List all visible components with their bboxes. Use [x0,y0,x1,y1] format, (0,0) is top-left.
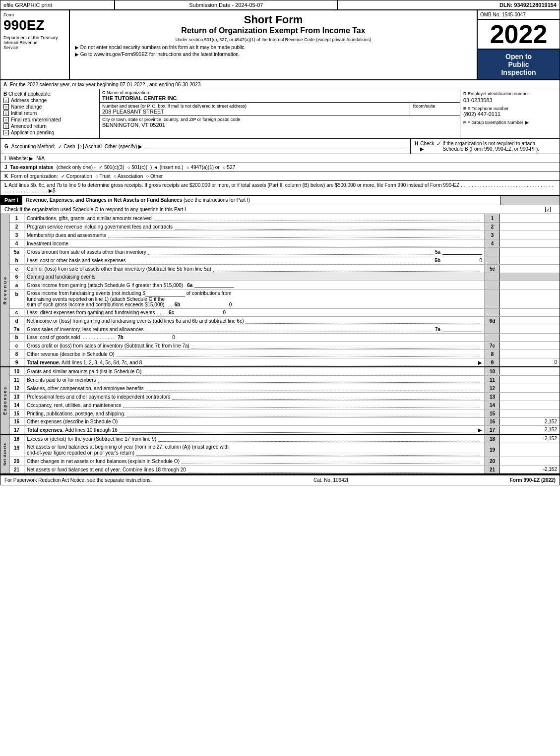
accrual-label: Accrual [85,144,102,149]
public-label: Public [508,60,529,68]
row5b-desc: Less: cost or other basis and sales expe… [27,258,126,263]
room-suite-label: Room/suite [413,104,457,109]
row1-desc: Contributions, gifts, grants, and simila… [27,216,152,221]
row8-linenum: 8 [485,350,500,358]
inspection-label: Inspection [501,68,536,76]
row12-value [500,384,560,392]
final-return-label: Final return/terminated [11,117,61,122]
table-row: c Less: direct expenses from gaming and … [9,309,560,317]
street-value: 208 PLEASANT STREET [102,109,407,115]
row6d-linenum: 6d [485,317,500,325]
row2-value [500,223,560,231]
check-label: Check ▶ [420,141,434,152]
name-change-check[interactable]: ○ Name change [3,104,96,110]
form-ref: Form 990-EZ (2022) [510,477,556,483]
section-g-label: G [4,144,8,149]
section-h-label: H [415,141,418,146]
accounting-label: Accounting Method: [11,144,55,149]
amended-return-check[interactable]: ○ Amended return [3,123,96,129]
row8-value [500,350,560,358]
row6c-desc: Less: direct expenses from gaming and fu… [27,310,155,315]
tax-501c3[interactable]: ✓ 501(c)(3) [99,165,124,170]
row4-value [500,239,560,247]
application-pending-check[interactable]: ○ Application pending [3,130,96,135]
row6b-desc2: fundraising events reported on line 1) (… [27,296,482,302]
row5b-inline-value: 0 [442,258,482,263]
schedule-o-check-label: Check if the organization used Schedule … [4,207,186,212]
assoc-checkbox[interactable]: ○ Association [114,174,143,179]
trust-checkbox[interactable]: ○ Trust [95,174,111,179]
h-description: if the organization is not required to a… [443,141,556,152]
row7b-desc: Less: cost of goods sold [27,335,80,340]
table-row: 3 Membership dues and assessments 3 [9,231,560,239]
row3-desc: Membership dues and assessments [27,233,106,238]
table-row: 10 Grants and similar amounts paid (list… [9,367,560,376]
table-row: 18 Excess or (deficit) for the year (Sub… [9,435,560,443]
section-j-label: J [4,165,7,170]
city-label: City or town, state or province, country… [102,117,457,122]
row21-value: -2,152 [500,465,560,473]
accrual-checkbox[interactable]: ○ Accrual [78,144,102,149]
part-i-label: Part I [0,196,22,205]
table-row: b Less: cost or other basis and sales ex… [9,256,560,265]
row6b-value-right [500,290,560,308]
row6c-value-right [500,309,560,316]
table-row: 16 Other expenses (describe in Schedule … [9,418,560,426]
table-row: 11 Benefits paid to or for members 11 [9,376,560,384]
part-i-title: Revenue, Expenses, and Changes in Net As… [22,196,500,205]
tax-527[interactable]: ○ 527 [223,165,236,170]
schedule-o-checkbox[interactable]: ✓ [545,207,551,212]
table-row: c Gross profit or (loss) from sales of i… [9,342,560,350]
row5b-value-empty [500,256,560,264]
tax-501c[interactable]: ○ 501(c)( [127,165,147,170]
table-row: a Gross income from gaming (attach Sched… [9,281,560,290]
application-pending-label: Application pending [11,130,54,135]
row5a-value-empty [500,248,560,256]
row6c-value: 0 [176,310,226,315]
table-row: b Gross income from fundraising events (… [9,290,560,309]
row6d-desc: Net income or (loss) from gaming and fun… [27,318,244,324]
initial-return-label: Initial return [11,111,37,116]
row5c-desc: Gain or (loss) from sale of assets other… [27,266,211,272]
row14-value [500,401,560,409]
row5b-shaded [485,256,500,264]
cash-checkbox[interactable]: ✓ Cash [58,144,75,149]
cash-label: Cash [63,144,75,149]
initial-return-check[interactable]: ○ Initial return [3,111,96,116]
row5a-desc: Gross amount from sale of assets other t… [27,249,146,255]
row7b-value-right [500,334,560,341]
row16-value: 2,152 [500,418,560,425]
row11-value [500,376,560,384]
row7a-value [500,325,560,333]
row6c-shaded [485,309,500,316]
row4-linenum: 4 [485,239,500,247]
tax-status-label: Tax-exempt status [10,165,54,170]
amended-return-label: Amended return [11,123,47,129]
row5c-linenum: 5c [485,265,500,273]
row9-linenum: 9 [485,358,500,366]
table-row: 5a Gross amount from sale of assets othe… [9,248,560,256]
bullet1: ▶ Do not enter social security numbers o… [75,45,472,50]
row3-value [500,231,560,239]
row6b-desc3: sum of such gross income and contributio… [27,302,164,307]
address-change-check[interactable]: ○ Address change [3,98,96,103]
return-title: Return of Organization Exempt From Incom… [75,26,472,35]
table-row: 17 Total expenses. Add lines 10 through … [9,426,560,434]
section-i-label: I [4,156,6,161]
form-org-label: Form of organization: [11,174,58,179]
row6d-value [500,317,560,325]
final-return-check[interactable]: ○ Final return/terminated [3,117,96,122]
row19-value [500,443,560,457]
table-row: 7a Gross sales of inventory, less return… [9,325,560,334]
tax-4947[interactable]: ○ 4947(a)(1) or [187,165,220,170]
row13-value [500,393,560,401]
check-only-label: (check only one) - [57,165,96,170]
row6-shaded1 [485,273,500,281]
service-label: Service [3,45,66,50]
table-row: 20 Other changes in net assets or fund b… [9,457,560,465]
efile-label: efile GRAPHIC print [0,0,115,9]
corp-checkbox[interactable]: ✓ Corporation [61,174,92,179]
other-checkbox[interactable]: ○ Other [146,174,163,179]
submission-date: Submission Date - 2024-05-07 [115,0,338,9]
row15-value [500,409,560,417]
